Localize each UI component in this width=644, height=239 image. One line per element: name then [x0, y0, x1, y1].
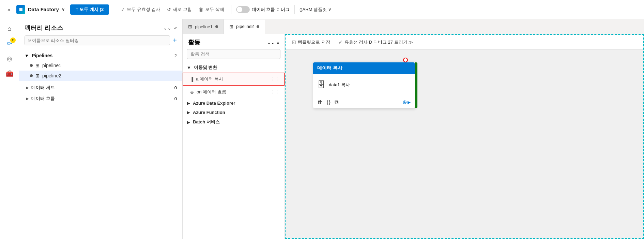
dataset-chevron-icon: ▶	[26, 86, 29, 90]
pipeline2-tab-label: pipeline2	[236, 24, 254, 29]
dataflow-label: 데이터 흐름	[31, 95, 55, 102]
activities-actions: ⌄⌄ «	[267, 40, 279, 45]
move-section-chevron: ▼	[187, 65, 191, 70]
pipelines-collapse-icon: ▼	[25, 53, 29, 58]
pipelines-section-left: ▼ Pipelines	[25, 53, 52, 58]
resource-search-row: +	[19, 35, 182, 49]
pipeline1-item[interactable]: ⊞ pipeline1	[19, 60, 182, 71]
pipelines-section: ▼ Pipelines 2 ⊞ pipeline1 ⊞ pipeline2	[19, 49, 182, 82]
dataflow-act-item-left: ⊕ on 데이터 흐름	[190, 89, 226, 95]
brand-icon: ▦	[16, 5, 25, 14]
dataflow-act-item[interactable]: ⊕ on 데이터 흐름 ⋮⋮	[183, 86, 285, 99]
refresh-label: 새로 고침	[173, 6, 192, 13]
azure-function-label: Azure Function	[193, 110, 225, 115]
validate-action[interactable]: ✓ 모두 유효성 검사	[119, 5, 162, 14]
topbar: » ▦ Data Factory ∨ T 모두 게시 (2 ✓ 모두 유효성 검…	[0, 0, 644, 19]
sidebar-item-edit[interactable]: ✏ 2	[3, 37, 16, 50]
publish-button[interactable]: T 모두 게시 (2	[70, 4, 109, 15]
brand-area[interactable]: ▦ Data Factory ∨	[16, 5, 65, 14]
resource-panel: 팩터리 리소스 ⌄⌄ « + ▼ Pipelines 2 ⊞ pipeline	[19, 19, 183, 239]
card-clone-btn[interactable]: ⧉	[335, 99, 338, 105]
pipeline2-item[interactable]: ⊞ pipeline2	[19, 71, 182, 81]
panels-row: 활동 ⌄⌄ « ▼ 이동및 변환 ▐	[183, 34, 644, 239]
pipeline2-toolbar: ⊡ 템플릿으로 저장 ✓ 유효성 검사 D 디버그 27 트리거 ≫	[286, 35, 643, 50]
dataflow-section-left: ▶ 데이터 흐름	[26, 95, 55, 102]
pipeline2-validate-btn[interactable]: ✓ 유효성 검사 D 디버그 27 트리거 ≫	[336, 38, 415, 47]
arm-template-btn[interactable]: ()ARM 템플릿 ∨	[300, 6, 332, 13]
azure-explorer-section[interactable]: ▶ Azure Data Explorer	[183, 99, 285, 108]
add-resource-btn[interactable]: +	[173, 36, 177, 44]
dataflow-section[interactable]: ▶ 데이터 흐름 0	[19, 93, 182, 104]
brand-dropdown-icon[interactable]: ∨	[62, 7, 65, 12]
save-template-btn[interactable]: ⊡ 템플릿으로 저장	[290, 38, 332, 47]
resource-panel-actions: ⌄⌄ «	[163, 25, 177, 31]
copy-data-item-left: ▐ a 데이터 복사	[190, 76, 223, 82]
activity-card-actions: 🗑 {} ⧉ ⊕ ▶	[313, 96, 415, 108]
separator3	[294, 5, 295, 14]
validate-icon: ✓	[121, 7, 125, 12]
pipelines-section-header[interactable]: ▼ Pipelines 2	[19, 51, 182, 60]
delete-label: 모두 삭제	[205, 6, 224, 13]
validate-label: 모두 유효성 검사	[127, 6, 160, 13]
resource-panel-header: 팩터리 리소스 ⌄⌄ «	[19, 19, 182, 35]
card-params-btn[interactable]: {}	[327, 99, 331, 105]
activity-card-row: 🗄 data1 복사	[317, 78, 411, 92]
move-section-header[interactable]: ▼ 이동및 변환	[183, 62, 285, 73]
separator	[114, 5, 114, 14]
canvas-area: ⊡ 템플릿으로 저장 ✓ 유효성 검사 D 디버그 27 트리거 ≫ 데이터 복…	[285, 34, 644, 239]
resource-search-input[interactable]	[25, 35, 170, 45]
collapse-sidebar-btn[interactable]: »	[4, 5, 14, 14]
azure-explorer-chevron: ▶	[187, 101, 190, 106]
debug-toggle-area[interactable]: 데이터 흐름 디버그	[236, 6, 290, 13]
activity-card-header: 데이터 복사	[313, 62, 415, 74]
copy-data-handle: ⋮⋮	[271, 77, 279, 81]
pipeline2-dot	[30, 74, 33, 77]
copy-data-db-icon: 🗄	[317, 80, 325, 90]
dataflow-handle: ⋮⋮	[271, 90, 279, 94]
pipeline2-validate-label: 유효성 검사 D 디버그 27 트리거 ≫	[344, 39, 413, 45]
sidebar-item-deploy[interactable]: 🧰	[3, 67, 16, 80]
azure-explorer-label: Azure Data Explorer	[193, 101, 235, 106]
activity-search-input[interactable]	[187, 49, 280, 59]
sidebar-item-monitor[interactable]: ◎	[3, 52, 16, 65]
dataset-section[interactable]: ▶ 데이터 세트 0	[19, 82, 182, 93]
batch-label: Batch 서비스	[193, 119, 220, 125]
arm-label: ()ARM 템플릿	[300, 6, 327, 13]
main-layout: ⌂ ✏ 2 ◎ 🧰 팩터리 리소스 ⌄⌄ « +	[0, 19, 644, 239]
pipeline2-validate-icon: ✓	[338, 39, 343, 45]
collapse-panel-btn[interactable]: «	[174, 25, 177, 31]
activities-collapse2-btn[interactable]: «	[277, 40, 279, 45]
debug-toggle[interactable]	[236, 6, 250, 13]
save-template-icon: ⊡	[292, 39, 296, 45]
sidebar-icons: ⌂ ✏ 2 ◎ 🧰	[0, 19, 19, 239]
activities-title: 활동	[188, 38, 200, 46]
delete-icon: 🗑	[199, 7, 203, 12]
pipeline1-tab-label: pipeline1	[195, 24, 213, 29]
dataflow-act-icon: ⊕	[190, 90, 194, 95]
activities-collapse1-btn[interactable]: ⌄⌄	[267, 40, 275, 45]
azure-function-chevron: ▶	[187, 110, 190, 115]
sidebar-item-home[interactable]: ⌂	[3, 22, 16, 35]
center-area: ⊞ pipeline1 ⊞ pipeline2 활동 ⌄⌄ «	[183, 19, 644, 239]
card-delete-btn[interactable]: 🗑	[317, 99, 323, 105]
azure-function-section[interactable]: ▶ Azure Function	[183, 108, 285, 117]
pipeline1-type-icon: ⊞	[35, 63, 40, 68]
activities-header: 활동 ⌄⌄ «	[183, 34, 285, 49]
pipeline-tabs: ⊞ pipeline1 ⊞ pipeline2	[183, 19, 644, 34]
refresh-action[interactable]: ↺ 새로 고침	[165, 5, 194, 14]
dataset-section-left: ▶ 데이터 세트	[26, 85, 55, 91]
home-icon: ⌂	[7, 25, 11, 32]
card-add-btn[interactable]: ⊕ ▶	[402, 99, 411, 105]
card-add-chevron: ▶	[408, 100, 411, 105]
pipeline1-tab[interactable]: ⊞ pipeline1	[183, 19, 224, 34]
deploy-icon: 🧰	[6, 70, 13, 77]
card-right-accent	[415, 62, 417, 108]
collapse-all-btn[interactable]: ⌄⌄	[163, 25, 171, 31]
pipeline2-tab[interactable]: ⊞ pipeline2	[224, 19, 265, 34]
card-connector-circle	[403, 58, 408, 62]
arm-dropdown-icon: ∨	[328, 7, 332, 12]
delete-action[interactable]: 🗑 모두 삭제	[197, 5, 226, 14]
copy-data-item[interactable]: ▐ a 데이터 복사 ⋮⋮	[183, 73, 285, 86]
copy-data-icon: ▐	[190, 77, 193, 82]
batch-section[interactable]: ▶ Batch 서비스	[183, 117, 285, 127]
